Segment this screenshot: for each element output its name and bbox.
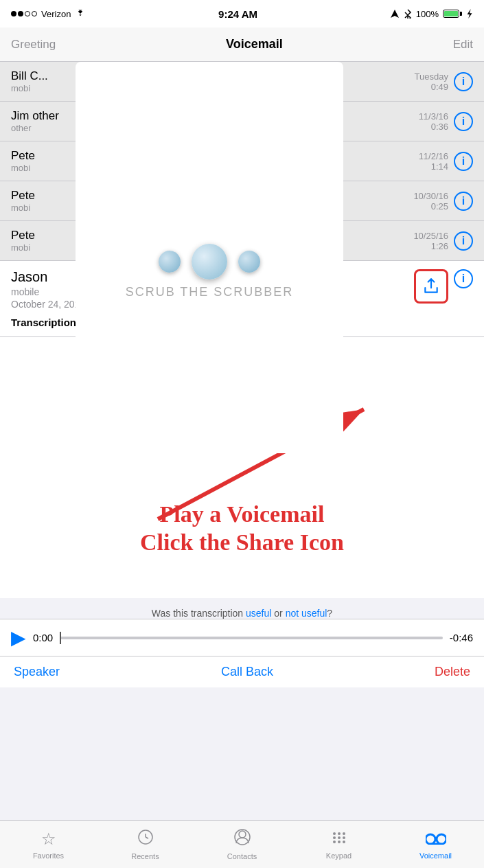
- vm-meta-pete3: 10/25/16 1:26: [413, 231, 448, 251]
- svg-point-10: [338, 832, 341, 835]
- svg-point-19: [437, 834, 446, 844]
- charging-icon: [466, 9, 473, 19]
- vm-meta-pete1: 11/2/16 1:14: [419, 151, 448, 172]
- battery-pct: 100%: [416, 9, 439, 19]
- recents-icon: [137, 829, 154, 849]
- vm-date-bill: Tuesday: [415, 71, 448, 82]
- feedback-middle: or: [271, 608, 285, 619]
- vm-date-pete3: 10/25/16: [413, 231, 448, 241]
- tab-keypad-label: Keypad: [326, 852, 352, 860]
- person-icon: [234, 829, 251, 845]
- playback-divider: [60, 632, 61, 644]
- svg-point-8: [235, 830, 250, 845]
- info-btn-pete2[interactable]: i: [454, 192, 473, 211]
- svg-point-7: [239, 831, 246, 838]
- vm-date-pete2: 10/30/16: [413, 191, 448, 201]
- info-btn-jim[interactable]: i: [454, 112, 473, 131]
- wifi-icon: [75, 10, 86, 18]
- play-button[interactable]: ▶: [11, 626, 26, 649]
- status-time: 9:24 AM: [218, 8, 257, 20]
- nav-bar: Greeting Voicemail Edit: [0, 27, 484, 62]
- playback-track[interactable]: [60, 637, 443, 639]
- voicemail-list: Bill C... mobi Tuesday 0:49 i Jim other …: [0, 62, 484, 261]
- svg-point-13: [338, 836, 341, 839]
- feedback-prefix: Was this transcription: [152, 608, 246, 619]
- svg-point-17: [343, 841, 345, 843]
- nav-title: Voicemail: [226, 37, 283, 52]
- scrub-label: SCRUB THE SCRUBBER: [126, 285, 294, 299]
- signal-dots: [11, 11, 37, 16]
- scrub-track[interactable]: [159, 244, 260, 279]
- carrier-label: Verizon: [41, 9, 71, 19]
- contacts-icon: [234, 829, 251, 849]
- status-bar: Verizon 9:24 AM 100%: [0, 0, 484, 27]
- tab-voicemail[interactable]: Voicemail: [387, 821, 484, 868]
- scrub-overlay: SCRUB THE SCRUBBER: [76, 62, 343, 453]
- nav-edit[interactable]: Edit: [453, 38, 473, 52]
- transcription-feedback: Was this transcription useful or not use…: [0, 598, 484, 619]
- share-btn-wrapper: i: [414, 269, 473, 304]
- info-btn-pete1[interactable]: i: [454, 152, 473, 171]
- signal-dot-3: [25, 11, 30, 16]
- svg-point-14: [343, 836, 345, 839]
- signal-dot-2: [18, 11, 23, 16]
- tab-bar: ☆ Favorites Recents Contacts: [0, 820, 484, 868]
- vm-duration-pete1: 1:14: [419, 161, 448, 172]
- annotation-text: Play a Voicemail Click the Share Icon: [140, 501, 344, 557]
- scrub-knob-left: [159, 251, 181, 273]
- vm-date-pete1: 11/2/16: [419, 151, 448, 161]
- svg-point-16: [338, 841, 341, 843]
- status-left: Verizon: [11, 9, 86, 19]
- action-bar: Speaker Call Back Delete: [0, 656, 484, 687]
- share-icon: [422, 277, 440, 295]
- location-icon: [390, 9, 400, 19]
- feedback-suffix: ?: [327, 608, 332, 619]
- vm-date-jim: 11/3/16: [419, 111, 448, 122]
- svg-marker-1: [468, 9, 472, 19]
- tab-recents-label: Recents: [131, 852, 159, 860]
- playback-current-time: 0:00: [33, 632, 53, 643]
- clock-icon: [137, 829, 154, 845]
- playback-end-time: -0:46: [450, 632, 473, 643]
- vm-duration-jim: 0:36: [419, 122, 448, 132]
- share-button[interactable]: [414, 269, 448, 304]
- vm-duration-bill: 0:49: [415, 82, 448, 92]
- info-btn-bill[interactable]: i: [454, 72, 473, 91]
- scrub-inner: SCRUB THE SCRUBBER: [126, 216, 294, 299]
- svg-marker-0: [391, 10, 399, 18]
- scrub-knob-right: [238, 251, 260, 273]
- vm-duration-pete2: 0:25: [413, 201, 448, 212]
- voicemail-icon: [426, 830, 446, 849]
- tab-keypad[interactable]: Keypad: [290, 821, 387, 868]
- delete-button[interactable]: Delete: [435, 665, 470, 679]
- battery-icon: [443, 10, 462, 18]
- annotation-line2: Click the Share Icon: [140, 529, 344, 555]
- feedback-not-useful[interactable]: not useful: [286, 608, 327, 619]
- playback-bar: ▶ 0:00 -0:46: [0, 619, 484, 656]
- info-btn-jason[interactable]: i: [454, 269, 473, 288]
- svg-point-11: [343, 832, 345, 835]
- bluetooth-icon: [404, 9, 412, 19]
- svg-point-18: [426, 834, 435, 844]
- svg-point-12: [333, 836, 336, 839]
- svg-line-6: [146, 837, 148, 838]
- nav-greeting: Greeting: [11, 38, 56, 52]
- annotation-line1: Play a Voicemail: [160, 501, 325, 527]
- tab-voicemail-label: Voicemail: [419, 852, 452, 860]
- speaker-button[interactable]: Speaker: [14, 665, 60, 679]
- tab-favorites-label: Favorites: [33, 852, 64, 860]
- tab-contacts[interactable]: Contacts: [194, 821, 290, 868]
- signal-dot-1: [11, 11, 16, 16]
- scrub-knob-center: [192, 244, 227, 279]
- tab-recents[interactable]: Recents: [97, 821, 194, 868]
- vm-meta-jim: 11/3/16 0:36: [419, 111, 448, 132]
- callback-button[interactable]: Call Back: [221, 665, 273, 679]
- keypad-icon: [331, 830, 347, 849]
- feedback-useful[interactable]: useful: [246, 608, 271, 619]
- grid-icon: [331, 831, 347, 845]
- voicemail-tape-icon: [426, 831, 446, 845]
- tab-contacts-label: Contacts: [227, 852, 257, 860]
- tab-favorites[interactable]: ☆ Favorites: [0, 821, 97, 868]
- status-right: 100%: [390, 9, 473, 19]
- info-btn-pete3[interactable]: i: [454, 231, 473, 251]
